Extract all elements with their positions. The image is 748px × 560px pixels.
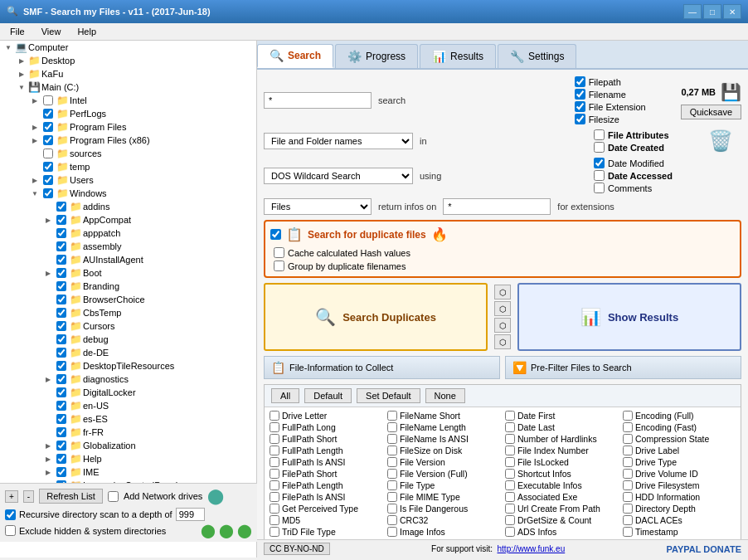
tree-item-programfilesx86[interactable]: ▶ 📁 Program Files (x86): [0, 134, 256, 147]
tree-item-temp[interactable]: 📁 temp: [0, 160, 256, 173]
tree-checkbox[interactable]: [56, 427, 66, 437]
expand-icon[interactable]: [43, 348, 53, 358]
expand-icon[interactable]: [43, 334, 53, 344]
tree-item-intel[interactable]: ▶ 📁 Intel: [0, 94, 256, 107]
tree-checkbox[interactable]: [56, 401, 66, 411]
file-info-collect-button[interactable]: 📋 File-Information to Collect: [264, 356, 500, 379]
tree-checkbox[interactable]: [56, 441, 66, 450]
expand-icon[interactable]: [43, 387, 53, 397]
tree-item-diagnostics[interactable]: ▶ 📁 diagnostics: [0, 373, 256, 386]
tree-item-appcompat[interactable]: ▶ 📁 AppCompat: [0, 213, 256, 226]
tree-item-addins[interactable]: 📁 addins: [0, 200, 256, 213]
quicksave-button[interactable]: Quicksave: [681, 105, 741, 119]
tree-item-dede[interactable]: 📁 de-DE: [0, 346, 256, 359]
tree-checkbox[interactable]: [56, 215, 66, 225]
show-results-button[interactable]: 📊 Show Results: [517, 283, 741, 351]
paypal-donate[interactable]: PAYPAL DONATE: [667, 544, 741, 554]
expand-icon[interactable]: [43, 255, 53, 265]
tree-checkbox[interactable]: [43, 122, 53, 132]
tree-checkbox[interactable]: [56, 387, 66, 397]
expand-icon[interactable]: ▶: [30, 135, 40, 145]
tree-item-auinstall[interactable]: 📁 AUInstallAgent: [0, 253, 256, 266]
tree-checkbox[interactable]: [56, 268, 66, 278]
prefilter-button[interactable]: 🔽 Pre-Filter Files to Search: [505, 356, 741, 379]
expand-icon[interactable]: [43, 281, 53, 291]
expand-icon[interactable]: ▶: [43, 215, 53, 225]
using-select[interactable]: DOS Wildcard Search: [264, 168, 413, 184]
tree-checkbox[interactable]: [56, 374, 66, 384]
tree-checkbox[interactable]: [43, 95, 53, 105]
tree-item-kafu[interactable]: ▶ 📁 KaFu: [0, 67, 256, 80]
filepath-checkbox[interactable]: [575, 76, 585, 87]
tree-checkbox[interactable]: [56, 321, 66, 331]
expand-icon[interactable]: ▶: [43, 374, 53, 384]
tree-item-computer[interactable]: ▼ 💻 Computer: [0, 41, 256, 54]
depth-input[interactable]: [176, 508, 205, 521]
extension-input[interactable]: [443, 198, 551, 215]
expand-icon[interactable]: [30, 149, 40, 158]
expand-icon[interactable]: [43, 228, 53, 238]
expand-icon[interactable]: [43, 427, 53, 437]
menu-view[interactable]: View: [35, 25, 68, 38]
dup-checkbox[interactable]: [270, 229, 281, 240]
close-button[interactable]: ✕: [723, 4, 741, 19]
expand-icon[interactable]: ▶: [30, 122, 40, 132]
expand-icon[interactable]: ▶: [17, 69, 27, 79]
tree-checkbox[interactable]: [56, 202, 66, 212]
tree-collapse-all-btn[interactable]: -: [23, 490, 34, 503]
tree-item-apppatch[interactable]: 📁 apppatch: [0, 226, 256, 240]
tree-checkbox[interactable]: [43, 135, 53, 145]
tree-item-browserchoice[interactable]: 📁 BrowserChoice: [0, 293, 256, 306]
tree-expand-all-btn[interactable]: +: [5, 490, 18, 503]
tree-item-frfr[interactable]: 📁 fr-FR: [0, 426, 256, 439]
tree-item-digitallocker[interactable]: 📁 DigitalLocker: [0, 386, 256, 399]
tree-item-users[interactable]: ▶ 📁 Users: [0, 173, 256, 187]
tree-checkbox[interactable]: [43, 109, 53, 119]
tab-search[interactable]: 🔍 Search: [257, 44, 333, 68]
filesize-checkbox[interactable]: [575, 114, 585, 124]
expand-icon[interactable]: [43, 361, 53, 371]
comments-checkbox[interactable]: [594, 183, 605, 193]
tree-checkbox[interactable]: [56, 281, 66, 291]
expand-icon[interactable]: ▼: [30, 188, 40, 198]
tree-item-sources[interactable]: 📁 sources: [0, 147, 256, 160]
expand-icon[interactable]: ▶: [30, 95, 40, 105]
expand-icon[interactable]: ▶: [43, 454, 53, 464]
expand-icon[interactable]: ▶: [30, 175, 40, 185]
filename-checkbox[interactable]: [575, 89, 585, 100]
fileattrib-checkbox[interactable]: [594, 129, 605, 140]
add-network-checkbox[interactable]: [108, 491, 119, 502]
search-input[interactable]: [264, 92, 372, 109]
tab-results[interactable]: 📊 Results: [420, 44, 496, 68]
tree-checkbox[interactable]: [43, 188, 53, 198]
expand-icon[interactable]: [43, 295, 53, 304]
return-select[interactable]: Files: [264, 198, 372, 215]
tree-checkbox[interactable]: [43, 162, 53, 172]
tree-item-debug[interactable]: 📁 debug: [0, 333, 256, 346]
tree-item-ime[interactable]: ▶ 📁 IME: [0, 465, 256, 479]
tree-checkbox[interactable]: [56, 361, 66, 371]
tree-item-programfiles[interactable]: ▶ 📁 Program Files: [0, 120, 256, 134]
group-dup-checkbox[interactable]: [274, 261, 284, 271]
set-default-button[interactable]: Set Default: [357, 388, 420, 403]
menu-file[interactable]: File: [3, 25, 32, 38]
expand-icon[interactable]: ▶: [43, 268, 53, 278]
minimize-button[interactable]: —: [683, 4, 702, 19]
datemodified-checkbox[interactable]: [594, 158, 605, 168]
support-link[interactable]: http://www.funk.eu: [498, 544, 566, 553]
tree-item-cursors[interactable]: 📁 Cursors: [0, 319, 256, 333]
tree-checkbox[interactable]: [56, 334, 66, 344]
icon-btn-2[interactable]: ⬡: [494, 301, 511, 316]
expand-icon[interactable]: [43, 241, 53, 251]
tree-checkbox[interactable]: [56, 467, 66, 477]
default-button[interactable]: Default: [304, 388, 352, 403]
expand-icon[interactable]: ▶: [43, 467, 53, 477]
tree-item-perflogs[interactable]: 📁 PerfLogs: [0, 107, 256, 120]
fileextension-checkbox[interactable]: [575, 101, 585, 112]
tree-checkbox[interactable]: [43, 149, 53, 158]
icon-btn-4[interactable]: ⬡: [494, 334, 511, 349]
expand-icon[interactable]: ▶: [43, 441, 53, 450]
tab-progress[interactable]: ⚙️ Progress: [335, 44, 418, 68]
tree-item-cbstemp[interactable]: 📁 CbsTemp: [0, 306, 256, 319]
tree-item-desktop[interactable]: ▶ 📁 Desktop: [0, 54, 256, 67]
